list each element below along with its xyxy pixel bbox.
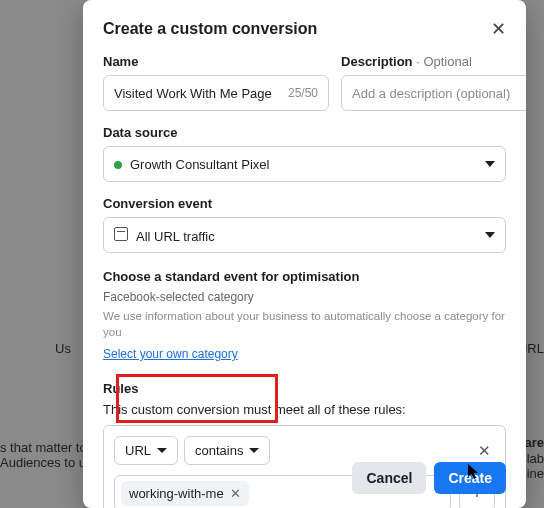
name-label: Name (103, 54, 329, 69)
chip-remove-button[interactable]: ✕ (230, 486, 241, 501)
rule-field-dropdown[interactable]: URL (114, 436, 178, 465)
chevron-down-icon (249, 448, 259, 453)
status-dot-icon (114, 161, 122, 169)
data-source-select[interactable]: Growth Consultant Pixel (103, 146, 506, 182)
name-input[interactable] (114, 86, 282, 101)
conversion-event-select[interactable]: All URL traffic (103, 217, 506, 253)
rule-value-chip: working-with-me ✕ (121, 481, 249, 506)
conversion-event-label: Conversion event (103, 196, 506, 211)
name-counter: 25/50 (288, 86, 318, 100)
traffic-icon (114, 227, 128, 241)
cancel-button[interactable]: Cancel (352, 462, 426, 494)
description-input[interactable] (352, 86, 520, 101)
bg-text: Us (55, 341, 71, 356)
close-button[interactable]: ✕ (491, 18, 506, 40)
rule-operator-dropdown[interactable]: contains (184, 436, 270, 465)
data-source-label: Data source (103, 125, 506, 140)
remove-rule-button[interactable]: ✕ (474, 442, 495, 460)
rules-heading: Rules (103, 381, 506, 396)
description-label: Description · Optional (341, 54, 526, 69)
description-input-wrap[interactable]: 0/100 (341, 75, 526, 111)
chevron-down-icon (485, 232, 495, 238)
modal-title: Create a custom conversion (103, 20, 317, 38)
rules-sub: This custom conversion must meet all of … (103, 402, 506, 417)
optimisation-sub: Facebook-selected category (103, 290, 506, 304)
chevron-down-icon (157, 448, 167, 453)
create-custom-conversion-modal: Create a custom conversion ✕ Name 25/50 … (83, 0, 526, 508)
optimisation-heading: Choose a standard event for optimisation (103, 269, 506, 284)
create-button[interactable]: Create (434, 462, 506, 494)
chevron-down-icon (485, 161, 495, 167)
optimisation-desc: We use information about your business t… (103, 308, 506, 340)
name-input-wrap[interactable]: 25/50 (103, 75, 329, 111)
select-own-category-link[interactable]: Select your own category (103, 347, 238, 361)
